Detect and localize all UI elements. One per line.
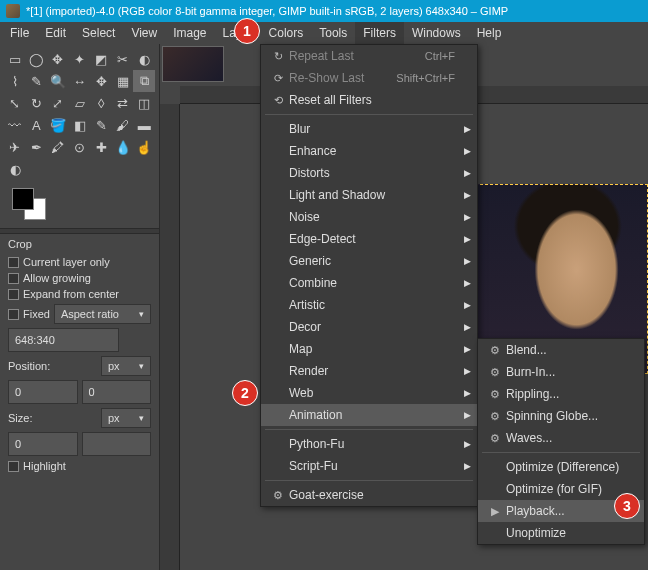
tool-bucket[interactable]: 🪣 [47, 114, 69, 136]
app-icon [6, 4, 20, 18]
tool-gradient[interactable]: ◧ [69, 114, 91, 136]
tool-eraser[interactable]: ▬ [133, 114, 155, 136]
mi-anim-unoptimize[interactable]: Unoptimize [478, 522, 644, 544]
cb-allow-growing[interactable] [8, 273, 19, 284]
tool-mypaint[interactable]: 🖍 [47, 136, 69, 158]
cb-fixed[interactable] [8, 309, 19, 320]
combo-size-unit[interactable]: px▾ [101, 408, 151, 428]
submenu-arrow-icon: ▶ [464, 278, 471, 288]
chevron-down-icon: ▾ [139, 309, 144, 319]
field-ratio[interactable]: 648:340 [8, 328, 119, 352]
mi-light-shadow[interactable]: Light and Shadow▶ [261, 184, 477, 206]
mi-anim-rippling[interactable]: ⚙Rippling... [478, 383, 644, 405]
mi-blur[interactable]: Blur▶ [261, 118, 477, 140]
cb-expand-center[interactable] [8, 289, 19, 300]
mi-reset-all[interactable]: ⟲Reset all Filters [261, 89, 477, 111]
tool-measure[interactable]: ↔ [69, 70, 91, 92]
image-thumbnail[interactable] [162, 46, 224, 82]
tool-move[interactable]: ✥ [90, 70, 112, 92]
cb-highlight[interactable] [8, 461, 19, 472]
mi-generic[interactable]: Generic▶ [261, 250, 477, 272]
submenu-arrow-icon: ▶ [464, 300, 471, 310]
menu-select[interactable]: Select [74, 22, 123, 44]
mi-map[interactable]: Map▶ [261, 338, 477, 360]
tool-text[interactable]: A [26, 114, 48, 136]
tool-clone[interactable]: ⊙ [69, 136, 91, 158]
mi-anim-optimize-diff[interactable]: Optimize (Difference) [478, 456, 644, 478]
mi-decor[interactable]: Decor▶ [261, 316, 477, 338]
mi-anim-waves[interactable]: ⚙Waves... [478, 427, 644, 449]
tool-perspective[interactable]: ◊ [90, 92, 112, 114]
mi-goat[interactable]: ⚙Goat-exercise [261, 484, 477, 506]
mi-anim-spinning-globe[interactable]: ⚙Spinning Globe... [478, 405, 644, 427]
tool-zoom[interactable]: 🔍 [47, 70, 69, 92]
menu-image[interactable]: Image [165, 22, 214, 44]
menu-help[interactable]: Help [469, 22, 510, 44]
lbl-current-layer: Current layer only [23, 256, 110, 268]
menu-edit[interactable]: Edit [37, 22, 74, 44]
field-size-h[interactable] [82, 432, 152, 456]
mi-script-fu[interactable]: Script-Fu▶ [261, 455, 477, 477]
combo-pos-unit[interactable]: px▾ [101, 356, 151, 376]
tool-align[interactable]: ▦ [112, 70, 134, 92]
tool-shear[interactable]: ▱ [69, 92, 91, 114]
cb-current-layer[interactable] [8, 257, 19, 268]
color-swatches[interactable] [6, 188, 153, 224]
tool-paths[interactable]: ⌇ [4, 70, 26, 92]
tool-ink[interactable]: ✒ [26, 136, 48, 158]
tool-blur[interactable]: 💧 [112, 136, 134, 158]
mi-reshow-last: ⟳Re-Show LastShift+Ctrl+F [261, 67, 477, 89]
gear-icon: ⚙ [486, 432, 504, 445]
tool-airbrush[interactable]: ✈ [4, 136, 26, 158]
tool-foreground[interactable]: ◐ [133, 48, 155, 70]
mi-artistic[interactable]: Artistic▶ [261, 294, 477, 316]
combo-aspect-mode[interactable]: Aspect ratio▾ [54, 304, 151, 324]
menu-colors[interactable]: Colors [261, 22, 312, 44]
menu-file[interactable]: File [2, 22, 37, 44]
mi-distorts[interactable]: Distorts▶ [261, 162, 477, 184]
tool-fuzzy-select[interactable]: ✦ [69, 48, 91, 70]
tool-rect-select[interactable]: ▭ [4, 48, 26, 70]
tool-pencil[interactable]: ✎ [90, 114, 112, 136]
menu-windows[interactable]: Windows [404, 22, 469, 44]
field-size-w[interactable]: 0 [8, 432, 78, 456]
tool-select-by-color[interactable]: ◩ [90, 48, 112, 70]
menu-tools[interactable]: Tools [311, 22, 355, 44]
mi-render[interactable]: Render▶ [261, 360, 477, 382]
tool-warp[interactable]: 〰 [4, 114, 26, 136]
menu-filters[interactable]: Filters [355, 22, 404, 44]
tool-flip[interactable]: ⇄ [112, 92, 134, 114]
tool-dodge[interactable]: ◐ [4, 158, 26, 180]
mi-animation[interactable]: Animation▶ [261, 404, 477, 426]
swatch-foreground[interactable] [12, 188, 34, 210]
tool-transform[interactable]: ⤡ [4, 92, 26, 114]
titlebar: *[1] (imported)-4.0 (RGB color 8-bit gam… [0, 0, 648, 22]
tool-ellipse-select[interactable]: ◯ [26, 48, 48, 70]
submenu-arrow-icon: ▶ [464, 212, 471, 222]
tool-scale[interactable]: ⤢ [47, 92, 69, 114]
tool-scissors[interactable]: ✂ [112, 48, 134, 70]
submenu-arrow-icon: ▶ [464, 344, 471, 354]
tool-brush[interactable]: 🖌 [112, 114, 134, 136]
field-pos-y[interactable]: 0 [82, 380, 152, 404]
field-pos-x[interactable]: 0 [8, 380, 78, 404]
mi-combine[interactable]: Combine▶ [261, 272, 477, 294]
lbl-position: Position: [8, 360, 50, 372]
menu-view[interactable]: View [123, 22, 165, 44]
tool-color-picker[interactable]: ✎ [26, 70, 48, 92]
tool-smudge[interactable]: ☝ [133, 136, 155, 158]
mi-python-fu[interactable]: Python-Fu▶ [261, 433, 477, 455]
tool-heal[interactable]: ✚ [90, 136, 112, 158]
tool-free-select[interactable]: ✥ [47, 48, 69, 70]
tool-rotate[interactable]: ↻ [26, 92, 48, 114]
mi-edge-detect[interactable]: Edge-Detect▶ [261, 228, 477, 250]
mi-anim-burn-in[interactable]: ⚙Burn-In... [478, 361, 644, 383]
mi-noise[interactable]: Noise▶ [261, 206, 477, 228]
tool-cage[interactable]: ◫ [133, 92, 155, 114]
tool-crop[interactable]: ⧉ [133, 70, 155, 92]
mi-anim-blend[interactable]: ⚙Blend... [478, 339, 644, 361]
submenu-arrow-icon: ▶ [464, 234, 471, 244]
mi-web[interactable]: Web▶ [261, 382, 477, 404]
tool-options: Crop Current layer only Allow growing Ex… [0, 234, 159, 478]
mi-enhance[interactable]: Enhance▶ [261, 140, 477, 162]
